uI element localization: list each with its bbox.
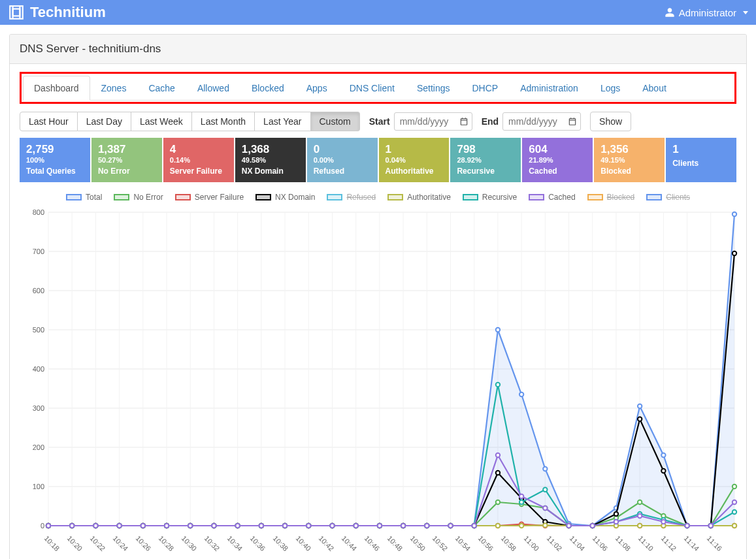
svg-point-166 — [614, 512, 618, 516]
stat-card-blocked[interactable]: 1,35649.15%Blocked — [594, 138, 665, 182]
svg-text:200: 200 — [33, 443, 44, 451]
svg-point-81 — [732, 212, 736, 216]
start-label: Start — [369, 116, 390, 127]
legend-nx-domain[interactable]: NX Domain — [255, 193, 315, 202]
stat-card-authoritative[interactable]: 10.04%Authoritative — [379, 138, 450, 182]
range-last-hour[interactable]: Last Hour — [20, 112, 78, 131]
svg-point-192 — [519, 524, 523, 528]
svg-point-251 — [496, 453, 500, 457]
svg-point-235 — [117, 524, 121, 528]
tab-zones[interactable]: Zones — [90, 76, 138, 101]
legend-clients[interactable]: Clients — [646, 193, 690, 202]
end-label: End — [482, 116, 499, 127]
range-last-month[interactable]: Last Month — [192, 112, 255, 131]
svg-point-193 — [543, 523, 547, 527]
svg-text:600: 600 — [33, 287, 44, 295]
chart: TotalNo ErrorServer FailureNX DomainRefu… — [22, 190, 734, 554]
svg-point-256 — [614, 520, 618, 524]
tab-dashboard[interactable]: Dashboard — [23, 76, 90, 101]
main-panel: DNS Server - technitium-dns DashboardZon… — [9, 34, 747, 559]
chart-canvas: 0100200300400500600700800 — [22, 206, 741, 532]
range-custom[interactable]: Custom — [311, 112, 360, 131]
tab-logs[interactable]: Logs — [589, 76, 631, 101]
stat-card-cached[interactable]: 60421.89%Cached — [522, 138, 593, 182]
svg-point-238 — [188, 524, 192, 528]
tab-apps[interactable]: Apps — [295, 76, 338, 101]
brand[interactable]: Technitium — [8, 4, 106, 21]
stat-card-no-error[interactable]: 1,38750.27%No Error — [91, 138, 162, 182]
tab-administration[interactable]: Administration — [509, 76, 589, 101]
legend-server-failure[interactable]: Server Failure — [175, 193, 244, 202]
legend-total[interactable]: Total — [66, 193, 102, 202]
svg-point-223 — [543, 488, 547, 492]
tab-cache[interactable]: Cache — [137, 76, 186, 101]
svg-point-243 — [306, 524, 310, 528]
legend-refused[interactable]: Refused — [327, 193, 376, 202]
svg-point-78 — [661, 453, 665, 457]
svg-point-252 — [519, 494, 523, 498]
svg-point-250 — [472, 524, 476, 528]
tab-about[interactable]: About — [631, 76, 678, 101]
panel-title: DNS Server - technitium-dns — [10, 35, 746, 64]
chevron-down-icon — [743, 11, 748, 14]
user-icon — [665, 7, 675, 18]
start-date-input[interactable] — [394, 112, 472, 131]
range-last-year[interactable]: Last Year — [255, 112, 310, 131]
tab-dns-client[interactable]: DNS Client — [338, 76, 406, 101]
legend-no-error[interactable]: No Error — [114, 193, 163, 202]
tab-settings[interactable]: Settings — [406, 76, 461, 101]
svg-text:700: 700 — [33, 248, 44, 255]
tab-allowed[interactable]: Allowed — [186, 76, 240, 101]
range-last-day[interactable]: Last Day — [78, 112, 131, 131]
svg-point-255 — [591, 524, 595, 528]
svg-point-249 — [448, 524, 452, 528]
svg-point-197 — [638, 524, 642, 528]
svg-point-72 — [519, 392, 523, 396]
range-button-group: Last HourLast DayLast WeekLast MonthLast… — [20, 112, 360, 131]
svg-text:400: 400 — [33, 365, 44, 373]
svg-point-257 — [638, 514, 642, 518]
legend-cached[interactable]: Cached — [529, 193, 575, 202]
legend-recursive[interactable]: Recursive — [463, 193, 517, 202]
range-last-week[interactable]: Last Week — [131, 112, 192, 131]
user-menu[interactable]: Administrator — [665, 7, 748, 18]
svg-point-253 — [543, 506, 547, 510]
stat-card-server-failure[interactable]: 40.14%Server Failure — [163, 138, 234, 182]
svg-point-254 — [567, 524, 570, 528]
stat-card-clients[interactable]: 1Clients — [666, 138, 736, 182]
svg-point-77 — [638, 404, 642, 408]
svg-text:100: 100 — [33, 483, 44, 490]
svg-point-231 — [732, 510, 736, 514]
svg-point-101 — [496, 500, 500, 504]
svg-point-240 — [235, 524, 239, 528]
svg-point-232 — [46, 524, 50, 528]
stat-card-nx-domain[interactable]: 1,36849.58%NX Domain — [235, 138, 306, 182]
svg-text:500: 500 — [33, 326, 44, 334]
svg-point-222 — [519, 500, 523, 504]
stat-card-total-queries[interactable]: 2,759100%Total Queries — [20, 138, 90, 182]
svg-point-241 — [259, 524, 263, 528]
show-button[interactable]: Show — [590, 112, 631, 131]
svg-point-248 — [425, 524, 429, 528]
svg-rect-0 — [10, 6, 23, 19]
svg-point-168 — [661, 469, 665, 473]
svg-point-167 — [638, 417, 642, 421]
svg-point-244 — [330, 524, 334, 528]
x-axis-labels: 10:1810:2010:2210:2410:2610:2810:3010:32… — [22, 534, 734, 554]
end-date-input[interactable] — [502, 112, 581, 131]
svg-point-246 — [378, 524, 382, 528]
svg-point-201 — [732, 524, 736, 528]
svg-point-191 — [496, 524, 500, 528]
legend-blocked[interactable]: Blocked — [587, 193, 635, 202]
range-toolbar: Last HourLast DayLast WeekLast MonthLast… — [20, 112, 736, 131]
svg-text:0: 0 — [41, 522, 44, 530]
svg-point-247 — [401, 524, 405, 528]
svg-point-239 — [212, 524, 216, 528]
tab-blocked[interactable]: Blocked — [240, 76, 295, 101]
legend-authoritative[interactable]: Authoritative — [387, 193, 451, 202]
svg-point-258 — [661, 520, 665, 524]
svg-point-171 — [732, 251, 736, 255]
tab-dhcp[interactable]: DHCP — [461, 76, 510, 101]
stat-card-recursive[interactable]: 79828.92%Recursive — [450, 138, 521, 182]
stat-card-refused[interactable]: 00.00%Refused — [307, 138, 378, 182]
